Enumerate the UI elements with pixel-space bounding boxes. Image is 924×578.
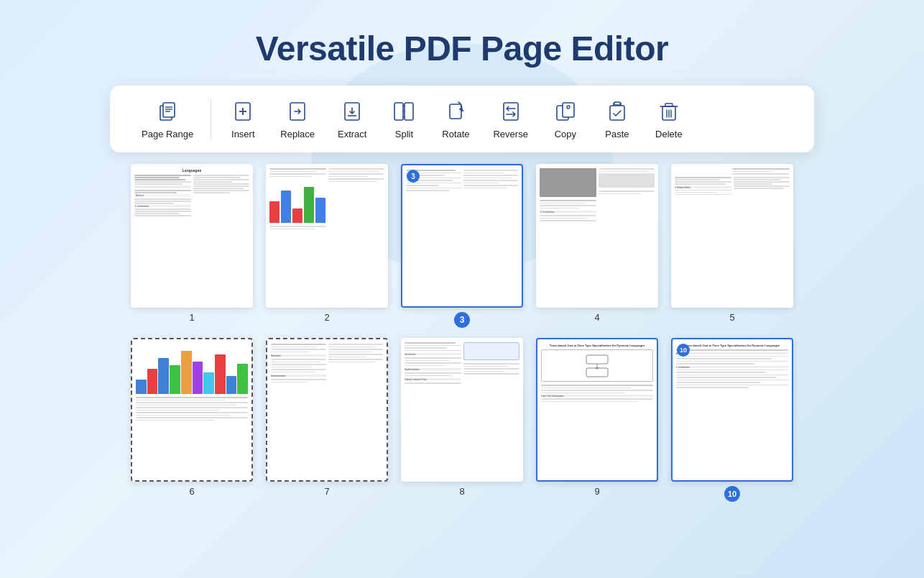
toolbar-paste[interactable]: Paste bbox=[591, 93, 643, 145]
toolbar-extract[interactable]: Extract bbox=[326, 93, 378, 145]
toolbar-rotate[interactable]: Rotate bbox=[430, 93, 481, 145]
page-title: Versatile PDF Page Editor bbox=[0, 0, 924, 68]
pages-row-1: Languages Abstract bbox=[43, 164, 881, 328]
page-num-1: 1 bbox=[189, 312, 194, 323]
page-num-5: 5 bbox=[729, 312, 734, 323]
page-item-1[interactable]: Languages Abstract bbox=[131, 164, 253, 328]
page-thumb-1[interactable]: Languages Abstract bbox=[131, 164, 253, 308]
toolbar: Page Range Insert Replace bbox=[110, 86, 814, 152]
extract-icon bbox=[339, 98, 365, 124]
toolbar-copy[interactable]: Copy bbox=[540, 93, 591, 145]
svg-rect-16 bbox=[450, 104, 461, 119]
page-item-4[interactable]: 5. Conclusions 4 bbox=[536, 164, 658, 328]
page-item-7[interactable]: Motivation Implementation bbox=[266, 338, 388, 502]
paste-icon bbox=[604, 98, 630, 124]
svg-rect-29 bbox=[586, 355, 608, 364]
toolbar-delete[interactable]: Delete bbox=[643, 93, 695, 145]
page-item-9[interactable]: Trace-based Just-in-Time Type Specializa… bbox=[536, 338, 658, 502]
page-num-9: 9 bbox=[594, 486, 599, 497]
toolbar-extract-label: Extract bbox=[338, 129, 366, 139]
page-num-6: 6 bbox=[189, 486, 194, 497]
page-num-7: 7 bbox=[324, 486, 329, 497]
toolbar-replace-label: Replace bbox=[280, 129, 315, 139]
pages-area: Languages Abstract bbox=[0, 164, 924, 502]
toolbar-copy-label: Copy bbox=[555, 129, 576, 139]
toolbar-insert[interactable]: Insert bbox=[217, 93, 269, 145]
toolbar-page-range-label: Page Range bbox=[142, 129, 193, 139]
page-thumb-8[interactable]: Introduction Implementation Calling Comp… bbox=[401, 338, 523, 482]
replace-icon bbox=[285, 98, 310, 124]
toolbar-replace[interactable]: Replace bbox=[269, 93, 326, 145]
toolbar-page-range[interactable]: Page Range bbox=[130, 93, 205, 145]
page-item-2[interactable]: 2 bbox=[266, 164, 388, 328]
page-item-10[interactable]: 10 Trace-based Just-in-Time Type Special… bbox=[671, 338, 793, 502]
page-thumb-3[interactable]: 3 bbox=[401, 164, 523, 308]
page-item-8[interactable]: Introduction Implementation Calling Comp… bbox=[401, 338, 523, 502]
toolbar-reverse[interactable]: Reverse bbox=[481, 93, 539, 145]
page-num-8: 8 bbox=[459, 486, 464, 497]
page-thumb-9[interactable]: Trace-based Just-in-Time Type Specializa… bbox=[536, 338, 658, 482]
page-item-3[interactable]: 3 bbox=[401, 164, 523, 328]
svg-rect-20 bbox=[563, 103, 574, 117]
pages-row-2: 6 Motivation bbox=[43, 338, 881, 502]
toolbar-split[interactable]: Split bbox=[378, 93, 430, 145]
page-thumb-2[interactable] bbox=[266, 164, 388, 308]
toolbar-rotate-label: Rotate bbox=[442, 129, 469, 139]
svg-rect-1 bbox=[163, 103, 175, 117]
page-item-6[interactable]: 6 bbox=[131, 338, 253, 502]
page-num-2: 2 bbox=[324, 312, 329, 323]
toolbar-divider bbox=[211, 99, 211, 139]
page-thumb-7[interactable]: Motivation Implementation bbox=[266, 338, 388, 482]
page-thumb-4[interactable]: 5. Conclusions bbox=[536, 164, 658, 308]
toolbar-paste-label: Paste bbox=[605, 129, 629, 139]
svg-rect-23 bbox=[614, 102, 620, 105]
page-range-icon bbox=[154, 98, 180, 124]
toolbar-reverse-label: Reverse bbox=[493, 129, 527, 139]
insert-icon bbox=[230, 98, 256, 124]
svg-rect-11 bbox=[394, 103, 403, 120]
delete-icon bbox=[656, 98, 682, 124]
rotate-icon bbox=[443, 98, 468, 124]
svg-rect-22 bbox=[610, 106, 624, 120]
page-num-4: 4 bbox=[594, 312, 599, 323]
page-num-3-badge: 3 bbox=[454, 312, 470, 328]
toolbar-insert-label: Insert bbox=[231, 129, 255, 139]
reverse-icon bbox=[498, 98, 524, 124]
toolbar-delete-label: Delete bbox=[655, 129, 683, 139]
split-icon bbox=[391, 98, 417, 124]
page-thumb-6[interactable] bbox=[131, 338, 253, 482]
page-item-5[interactable]: 5. Related Work bbox=[671, 164, 793, 328]
svg-rect-12 bbox=[405, 103, 413, 120]
svg-rect-18 bbox=[504, 103, 518, 120]
page-thumb-10[interactable]: 10 Trace-based Just-in-Time Type Special… bbox=[671, 338, 793, 482]
page-thumb-5[interactable]: 5. Related Work bbox=[671, 164, 793, 308]
toolbar-split-label: Split bbox=[395, 129, 413, 139]
copy-icon bbox=[553, 98, 578, 124]
page-num-10-badge: 10 bbox=[724, 486, 740, 502]
